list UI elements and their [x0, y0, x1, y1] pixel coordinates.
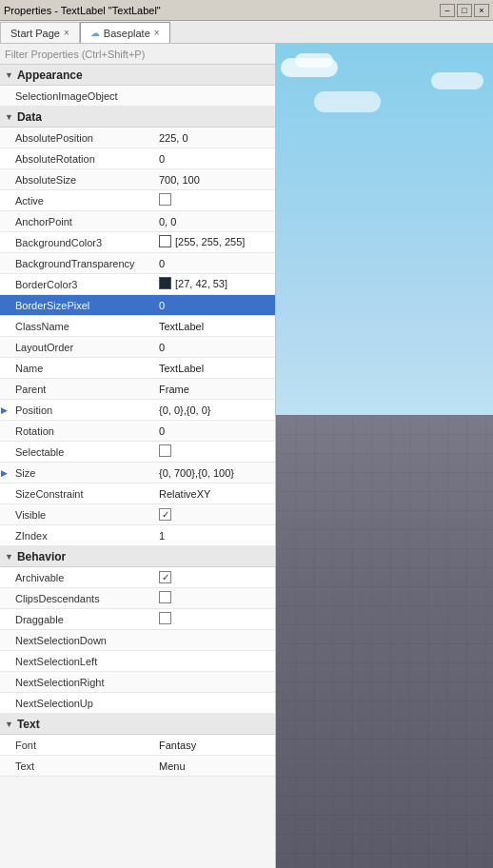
- prop-font[interactable]: Font Fantasy: [0, 735, 275, 756]
- section-behavior[interactable]: ▼ Behavior: [0, 546, 275, 567]
- prop-bordercolor3[interactable]: BorderColor3 [27, 42, 53]: [0, 274, 275, 295]
- prop-nextselectionleft[interactable]: NextSelectionLeft: [0, 651, 275, 672]
- appearance-arrow: ▼: [5, 70, 13, 80]
- prop-value-absoluterotation: 0: [155, 153, 275, 165]
- prop-name-active: Active: [8, 195, 155, 207]
- viewport: [276, 44, 493, 868]
- section-data[interactable]: ▼ Data: [0, 107, 275, 128]
- prop-absolute-position[interactable]: AbsolutePosition 225, 0: [0, 128, 275, 148]
- prop-draggable[interactable]: Draggable: [0, 609, 275, 630]
- minimize-button[interactable]: –: [440, 4, 455, 17]
- prop-nextselectiondown[interactable]: NextSelectionDown: [0, 630, 275, 651]
- prop-backgroundcolor3[interactable]: BackgroundColor3 [255, 255, 255]: [0, 232, 275, 253]
- prop-value-clipsdescendants: [155, 591, 275, 605]
- cloud-icon: ☁: [90, 28, 100, 38]
- active-checkbox[interactable]: [159, 193, 171, 206]
- prop-backgroundtransparency[interactable]: BackgroundTransparency 0: [0, 253, 275, 274]
- window-title: Properties - TextLabel "TextLabel": [4, 5, 440, 16]
- prop-clipsdescendants[interactable]: ClipsDescendants: [0, 588, 275, 609]
- prop-name-anchorpoint: AnchorPoint: [8, 216, 155, 227]
- prop-size[interactable]: ▶ Size {0, 700},{0, 100}: [0, 463, 275, 483]
- prop-value-backgroundtransparency: 0: [155, 258, 275, 269]
- prop-zindex[interactable]: ZIndex 1: [0, 525, 275, 546]
- prop-name-rotation: Rotation: [8, 425, 155, 437]
- clipsdescendants-checkbox[interactable]: [159, 591, 171, 603]
- prop-name-position: Position: [8, 404, 155, 416]
- prop-value-bordercolor3: [27, 42, 53]: [155, 277, 275, 291]
- tab-baseplate-close[interactable]: ×: [154, 28, 160, 38]
- prop-value-name: TextLabel: [155, 363, 275, 374]
- tab-start-page-label: Start Page: [10, 28, 60, 39]
- filter-bar[interactable]: Filter Properties (Ctrl+Shift+P): [0, 44, 275, 65]
- prop-value-parent: Frame: [155, 384, 275, 395]
- prop-value-layoutorder: 0: [155, 342, 275, 353]
- prop-value-bordersizepixel: 0: [155, 300, 275, 311]
- prop-name-backgroundtransparency: BackgroundTransparency: [8, 258, 155, 269]
- restore-button[interactable]: □: [457, 4, 472, 17]
- prop-nextselectionright[interactable]: NextSelectionRight: [0, 672, 275, 693]
- prop-selectable[interactable]: Selectable: [0, 442, 275, 463]
- prop-archivable[interactable]: Archivable: [0, 567, 275, 588]
- prop-parent[interactable]: Parent Frame: [0, 379, 275, 400]
- svg-rect-0: [276, 415, 493, 868]
- prop-classname[interactable]: ClassName TextLabel: [0, 316, 275, 337]
- properties-list[interactable]: ▼ Appearance SelectionImageObject ▼ Data…: [0, 65, 275, 868]
- prop-name-absoluteposition: AbsolutePosition: [8, 132, 155, 144]
- prop-nextselectionup[interactable]: NextSelectionUp: [0, 693, 275, 714]
- prop-visible[interactable]: Visible: [0, 504, 275, 525]
- prop-name-parent: Parent: [8, 384, 155, 395]
- prop-name-bordercolor3: BorderColor3: [8, 279, 155, 290]
- visible-checkbox[interactable]: [159, 508, 171, 521]
- prop-sizeconstraint[interactable]: SizeConstraint RelativeXY: [0, 483, 275, 504]
- tab-baseplate[interactable]: ☁ Baseplate ×: [80, 22, 170, 43]
- prop-name-font: Font: [8, 740, 155, 751]
- bordercolor3-swatch[interactable]: [159, 277, 171, 289]
- prop-absolute-size[interactable]: AbsoluteSize 700, 100: [0, 169, 275, 190]
- prop-text[interactable]: Text Menu: [0, 756, 275, 777]
- tab-start-page-close[interactable]: ×: [64, 28, 69, 38]
- prop-name-visible: Visible: [8, 509, 155, 521]
- prop-value-font: Fantasy: [155, 740, 275, 751]
- prop-name-text: Text: [8, 760, 155, 772]
- prop-active[interactable]: Active: [0, 190, 275, 211]
- prop-name[interactable]: Name TextLabel: [0, 358, 275, 379]
- behavior-arrow: ▼: [5, 552, 13, 562]
- prop-name-layoutorder: LayoutOrder: [8, 342, 155, 353]
- prop-value-active: [155, 193, 275, 207]
- prop-value-rotation: 0: [155, 425, 275, 437]
- data-label: Data: [17, 110, 42, 124]
- prop-name-nextselectiondown: NextSelectionDown: [8, 635, 155, 646]
- ground-grid: [276, 415, 493, 868]
- title-bar-buttons: – □ ×: [440, 4, 489, 17]
- section-appearance[interactable]: ▼ Appearance: [0, 65, 275, 86]
- prop-name-sizeconstraint: SizeConstraint: [8, 488, 155, 500]
- prop-value-zindex: 1: [155, 530, 275, 542]
- data-arrow: ▼: [5, 112, 13, 122]
- backgroundcolor3-swatch[interactable]: [159, 235, 171, 247]
- tab-start-page[interactable]: Start Page ×: [0, 22, 80, 43]
- prop-value-selectable: [155, 444, 275, 459]
- prop-absolute-rotation[interactable]: AbsoluteRotation 0: [0, 148, 275, 169]
- section-text[interactable]: ▼ Text: [0, 714, 275, 735]
- prop-value-absoluteposition: 225, 0: [155, 132, 275, 144]
- behavior-label: Behavior: [17, 550, 66, 563]
- prop-position[interactable]: ▶ Position {0, 0},{0, 0}: [0, 400, 275, 421]
- prop-layoutorder[interactable]: LayoutOrder 0: [0, 337, 275, 358]
- prop-rotation[interactable]: Rotation 0: [0, 421, 275, 442]
- prop-name-classname: ClassName: [8, 321, 155, 332]
- prop-selection-image-object[interactable]: SelectionImageObject: [0, 86, 275, 107]
- prop-name-nextselectionleft: NextSelectionLeft: [8, 656, 155, 667]
- selectable-checkbox[interactable]: [159, 444, 171, 457]
- prop-bordersizepixel[interactable]: BorderSizePixel 0: [0, 295, 275, 316]
- prop-value-sizeconstraint: RelativeXY: [155, 488, 275, 500]
- prop-value-text: Menu: [155, 760, 275, 772]
- draggable-checkbox[interactable]: [159, 612, 171, 624]
- archivable-checkbox[interactable]: [159, 571, 171, 583]
- prop-name-selectable: Selectable: [8, 446, 155, 458]
- tab-baseplate-label: Baseplate: [104, 28, 150, 39]
- close-button[interactable]: ×: [474, 4, 489, 17]
- prop-name-selectionimageobject: SelectionImageObject: [8, 90, 155, 102]
- prop-anchorpoint[interactable]: AnchorPoint 0, 0: [0, 211, 275, 232]
- text-arrow: ▼: [5, 720, 13, 729]
- prop-value-archivable: [155, 571, 275, 583]
